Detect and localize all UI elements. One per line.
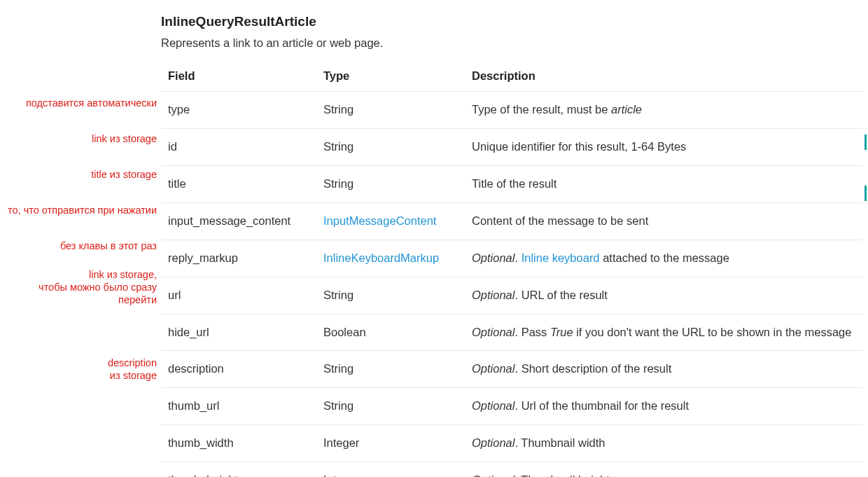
field-name: reply_markup	[161, 240, 316, 277]
field-description: Optional. Thumbnail width	[465, 425, 862, 462]
field-type: String	[316, 277, 465, 314]
table-row: thumb_urlStringOptional. Url of the thum…	[161, 388, 862, 425]
field-description: Type of the result, must be article	[465, 92, 862, 129]
annotation: link из storage	[0, 121, 161, 157]
field-description: Optional. Inline keyboard attached to th…	[465, 240, 862, 277]
table-row: descriptionStringOptional. Short descrip…	[161, 351, 862, 388]
api-type-title: InlineQueryResultArticle	[161, 14, 862, 29]
field-type: String	[316, 128, 465, 165]
table-row: reply_markupInlineKeyboardMarkupOptional…	[161, 240, 862, 277]
field-name: thumb_width	[161, 425, 316, 462]
annotation: без клавы в этот раз	[0, 228, 161, 264]
edit-marker	[864, 134, 867, 150]
table-row: titleStringTitle of the result	[161, 165, 862, 202]
italic-text: Optional	[472, 326, 514, 338]
table-row: typeStringType of the result, must be ar…	[161, 92, 862, 129]
italic-text: Optional	[472, 289, 514, 301]
type-link[interactable]: InlineKeyboardMarkup	[323, 251, 439, 264]
field-name: url	[161, 277, 316, 314]
table-row: thumb_widthIntegerOptional. Thumbnail wi…	[161, 425, 862, 462]
field-type: String	[316, 351, 465, 388]
field-name: thumb_url	[161, 388, 316, 425]
field-name: type	[161, 92, 316, 129]
annotation	[0, 424, 161, 459]
italic-text: Optional	[472, 473, 514, 477]
inline-link[interactable]: Inline keyboard	[522, 251, 600, 264]
italic-text: Optional	[472, 436, 514, 449]
field-name: thumb_height	[161, 462, 316, 477]
italic-text: True	[550, 326, 573, 338]
annotation	[0, 300, 161, 352]
annotation: подставится автоматически	[0, 85, 161, 121]
table-row: input_message_contentInputMessageContent…	[161, 202, 862, 240]
field-type: String	[316, 92, 465, 129]
field-name: hide_url	[161, 314, 316, 351]
field-description: Optional. Pass True if you don't want th…	[465, 314, 862, 351]
api-type-subtitle: Represents a link to an article or web p…	[161, 36, 862, 50]
field-type: Integer	[316, 425, 465, 462]
table-row: urlStringOptional. URL of the result	[161, 277, 862, 314]
annotation	[0, 459, 161, 477]
field-description: Optional. Thumbnail height	[465, 462, 862, 477]
fields-table: Field Type Description typeStringType of…	[161, 62, 862, 477]
italic-text: article	[611, 103, 642, 116]
col-header-type: Type	[316, 62, 465, 92]
annotation: то, что отправится при нажатии	[0, 193, 161, 228]
field-type: Boolean	[316, 314, 465, 351]
annotation: link из storage,чтобы можно было сразу п…	[0, 264, 161, 300]
field-name: input_message_content	[161, 202, 316, 240]
field-type: String	[316, 388, 465, 425]
italic-text: Optional	[472, 399, 514, 412]
field-type: String	[316, 165, 465, 202]
col-header-desc: Description	[465, 62, 862, 92]
field-description: Unique identifier for this result, 1-64 …	[465, 128, 862, 165]
edit-marker	[864, 186, 867, 201]
field-description: Optional. URL of the result	[465, 277, 862, 314]
type-link[interactable]: InputMessageContent	[323, 214, 436, 227]
annotation	[0, 388, 161, 424]
field-name: description	[161, 351, 316, 388]
field-description: Optional. Short description of the resul…	[465, 351, 862, 388]
table-row: hide_urlBooleanOptional. Pass True if yo…	[161, 314, 862, 351]
table-row: idStringUnique identifier for this resul…	[161, 128, 862, 165]
field-description: Title of the result	[465, 165, 862, 202]
field-description: Optional. Url of the thumbnail for the r…	[465, 388, 862, 425]
italic-text: Optional	[472, 362, 514, 375]
field-type: InputMessageContent	[316, 202, 465, 240]
col-header-field: Field	[161, 62, 316, 92]
italic-text: Optional	[472, 251, 514, 264]
annotation: title из storage	[0, 157, 161, 193]
field-name: id	[161, 128, 316, 165]
field-description: Content of the message to be sent	[465, 202, 862, 240]
annotation: descriptionиз storage	[0, 352, 161, 388]
field-name: title	[161, 165, 316, 202]
field-type: Integer	[316, 462, 465, 477]
table-row: thumb_heightIntegerOptional. Thumbnail h…	[161, 462, 862, 477]
field-type: InlineKeyboardMarkup	[316, 240, 465, 277]
